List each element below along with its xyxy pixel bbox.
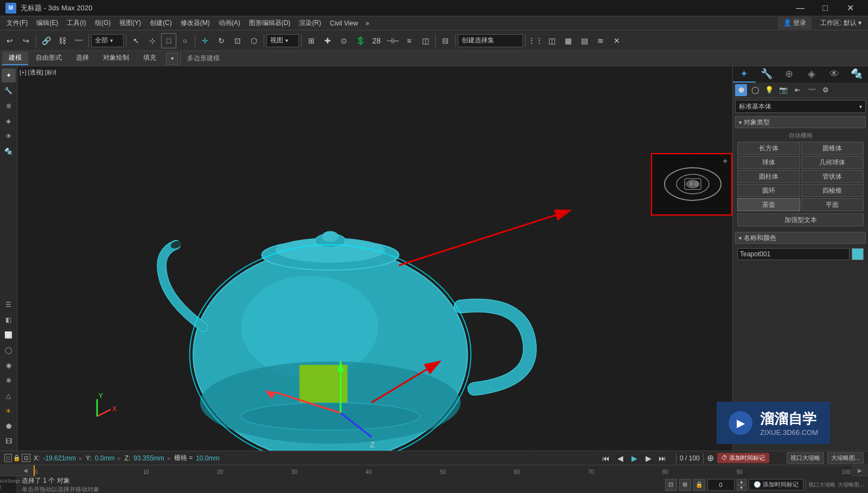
menu-modifier[interactable]: 修改器(M) — [176, 17, 214, 29]
layer-manager[interactable]: ⊟ — [438, 33, 453, 48]
mini-viewport[interactable]: 茶壶 + — [651, 153, 732, 216]
scale-button[interactable]: ⊡ — [230, 33, 245, 48]
obj-btn-pyramid[interactable]: 四棱锥 — [801, 184, 864, 197]
tab-modify[interactable]: 🔧 — [756, 66, 778, 83]
more-align[interactable]: ◫ — [418, 33, 433, 48]
next-key-btn[interactable]: ⏭ — [656, 452, 668, 464]
status-icon-2[interactable]: ⊞ — [679, 479, 691, 491]
render-setup-btn[interactable]: ▤ — [577, 33, 592, 48]
add-key-btn[interactable]: ⊕ — [707, 453, 714, 463]
object-name-input[interactable] — [737, 248, 850, 260]
color-swatch[interactable] — [852, 248, 864, 260]
obj-btn-tube[interactable]: 管状体 — [801, 170, 864, 183]
tab-modeling[interactable]: 建模 — [2, 52, 28, 65]
obj-btn-geosphere[interactable]: 几何球体 — [801, 156, 864, 169]
sidebar-utilities[interactable]: 🔩 — [2, 144, 16, 159]
render-frame-btn[interactable]: ◫ — [544, 33, 559, 48]
minimize-button[interactable]: — — [788, 0, 813, 16]
sidebar-create[interactable]: ✦ — [2, 68, 16, 83]
tab-motion[interactable]: ◈ — [801, 66, 824, 83]
camera-icon[interactable]: 📷 — [777, 84, 789, 96]
circle-select-button[interactable]: ○ — [177, 33, 193, 48]
tab-create[interactable]: ✦ — [733, 66, 756, 83]
sidebar-tools7[interactable]: ❋ — [2, 374, 16, 388]
redo-button[interactable]: ↪ — [18, 33, 34, 48]
status-icon-3[interactable]: 🔒 — [693, 479, 705, 491]
menu-create[interactable]: 创建(C) — [145, 17, 176, 29]
select-button[interactable]: ↖ — [129, 33, 144, 48]
rotate-button[interactable]: ↻ — [214, 33, 229, 48]
filter-dropdown[interactable]: 全部 — [91, 34, 124, 47]
menu-more[interactable]: » — [362, 18, 373, 29]
menu-animation[interactable]: 动画(A) — [214, 17, 245, 29]
close-button[interactable]: ✕ — [838, 0, 863, 16]
spacewarp-icon[interactable]: 〰 — [806, 84, 818, 96]
sidebar-tools4[interactable]: ⬜ — [2, 328, 16, 342]
select-region-button[interactable]: ⊹ — [145, 33, 160, 48]
tab-select[interactable]: 选择 — [69, 52, 95, 65]
sidebar-tools5[interactable]: ◯ — [2, 343, 16, 357]
menu-tools[interactable]: 工具(I) — [62, 17, 90, 29]
select-by-name-input[interactable]: 创建选择集 — [458, 34, 523, 47]
tab-fill[interactable]: 填充 — [137, 52, 163, 65]
prev-frame-btn[interactable]: ◀ — [614, 452, 626, 464]
viewport[interactable]: [+] [透视] [标准] [默认明暗处理] — [17, 66, 732, 451]
viewport-thumbnail-btn[interactable]: 视口大缩略 — [808, 481, 835, 489]
play-btn[interactable]: ▶ — [628, 452, 640, 464]
menu-graph-editor[interactable]: 图形编辑器(D) — [245, 17, 295, 29]
obj-btn-torus[interactable]: 圆环 — [737, 184, 800, 197]
next-frame-btn[interactable]: ▶ — [642, 452, 654, 464]
object-type-header[interactable]: 对象类型 — [735, 116, 866, 128]
menu-file[interactable]: 文件(F) — [2, 17, 32, 29]
sidebar-tools8[interactable]: △ — [2, 389, 16, 403]
rect-select-button[interactable]: □ — [161, 33, 176, 48]
sidebar-tools3[interactable]: ◧ — [2, 313, 16, 327]
obj-btn-box[interactable]: 长方体 — [737, 142, 800, 155]
bind-button[interactable]: 〰 — [71, 33, 86, 48]
move-button[interactable]: ✛ — [197, 33, 213, 48]
viewport-stats-btn[interactable]: 大缩略图... — [827, 452, 864, 464]
maximize-button[interactable]: □ — [813, 0, 838, 16]
link-button[interactable]: 🔗 — [39, 33, 54, 48]
close-tb[interactable]: ✕ — [609, 33, 624, 48]
sidebar-tools6[interactable]: ◉ — [2, 358, 16, 372]
transform-button[interactable]: ⬡ — [246, 33, 261, 48]
login-button[interactable]: 👤 登录 — [778, 17, 812, 29]
menu-view[interactable]: 视图(Y) — [115, 17, 145, 29]
tab-obj-paint[interactable]: 对象绘制 — [97, 52, 136, 65]
unlink-button[interactable]: ⛓ — [55, 33, 70, 48]
shape-icon[interactable]: ◯ — [749, 84, 761, 96]
obj-btn-sphere[interactable]: 球体 — [737, 156, 800, 169]
sidebar-display[interactable]: 👁 — [2, 129, 16, 143]
sidebar-modify[interactable]: 🔧 — [2, 84, 16, 98]
frame-stepper[interactable]: ▲ ▼ — [737, 479, 746, 491]
obj-btn-plane[interactable]: 平面 — [801, 198, 864, 211]
frame-input[interactable]: 0 — [707, 479, 735, 491]
status-icon-1[interactable]: ⊡ — [665, 479, 677, 491]
menu-edit[interactable]: 编辑(E) — [32, 17, 62, 29]
pivot-button[interactable]: ⊞ — [304, 33, 319, 48]
add-time-marker-btn[interactable]: 🕐 添加时间标记 — [749, 479, 803, 490]
system-icon[interactable]: ⚙ — [820, 84, 832, 96]
maxscript-btn[interactable]: MAXScript 迷 — [0, 476, 17, 493]
prev-key-btn[interactable]: ⏮ — [600, 452, 612, 464]
view-dropdown[interactable]: 视图 — [266, 34, 299, 47]
viewport-scene[interactable]: Z Ond X — [17, 66, 732, 451]
percent-snap[interactable]: 💲 — [353, 33, 368, 48]
workspace-dropdown[interactable]: 工作区: 默认 ▾ — [816, 17, 866, 29]
category-dropdown[interactable]: 标准基本体 — [735, 100, 866, 113]
sidebar-tools9[interactable]: ☀ — [2, 404, 16, 418]
viewport-layout-btn[interactable]: 视口大缩略 — [787, 452, 824, 464]
sidebar-motion[interactable]: ◈ — [2, 114, 16, 128]
obj-btn-cylinder[interactable]: 圆柱体 — [737, 170, 800, 183]
fill-dropdown-btn[interactable]: ▾ — [166, 53, 178, 65]
menu-group[interactable]: 组(G) — [91, 17, 115, 29]
scene-info-btn[interactable]: 大缩略图... — [838, 481, 864, 489]
timeline-left-btn[interactable]: ◀ — [23, 467, 28, 473]
snap-toggle[interactable]: ✚ — [320, 33, 335, 48]
tab-utilities[interactable]: 🔩 — [846, 66, 869, 83]
tab-freeform[interactable]: 自由形式 — [29, 52, 68, 65]
sidebar-hierarchy[interactable]: ⊕ — [2, 99, 16, 113]
sidebar-tools2[interactable]: ☰ — [2, 298, 16, 312]
timeline-track[interactable]: 0 10 20 30 40 50 60 70 80 90 100 — [34, 465, 852, 476]
